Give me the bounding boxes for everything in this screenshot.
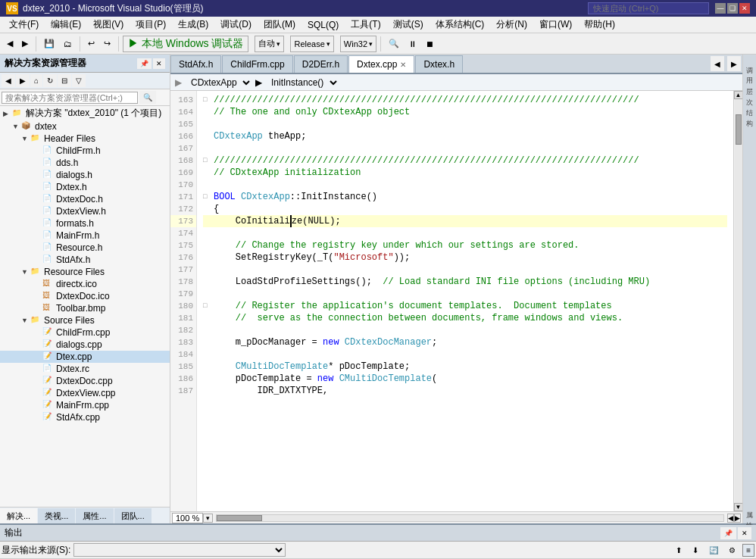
tree-file-dialogsh[interactable]: 📄dialogs.h <box>0 169 170 181</box>
tab-stdafxh[interactable]: StdAfx.h <box>170 55 221 73</box>
solution-explorer-search-input[interactable] <box>2 92 138 104</box>
se-collapse-button[interactable]: ⊟ <box>58 74 71 87</box>
output-btn-3[interactable]: 🔄 <box>705 544 722 557</box>
quick-launch-input[interactable] <box>588 2 709 14</box>
tab-dxtexcpp[interactable]: Dxtex.cpp ✕ <box>348 55 414 74</box>
tree-folder-header[interactable]: ▼ 📁 Header Files <box>0 133 170 145</box>
tree-file-dxtexrc[interactable]: 📄Dxtex.rc <box>0 363 170 375</box>
right-btn-6[interactable]: 构 <box>742 111 756 118</box>
menu-build[interactable]: 生成(B) <box>172 17 214 33</box>
menu-test[interactable]: 测试(S) <box>387 17 430 33</box>
breadcrumb-class-select[interactable]: CDxtexApp <box>185 77 252 89</box>
tab-childfrmcpp[interactable]: ChildFrm.cpp <box>222 55 292 73</box>
output-btn-2[interactable]: ⬇ <box>689 544 702 557</box>
tree-file-dialogscpp[interactable]: 📝dialogs.cpp <box>0 339 170 351</box>
toolbar-undo-button[interactable]: ↩ <box>84 36 98 51</box>
right-btn-4[interactable]: 次 <box>742 89 756 97</box>
tree-solution[interactable]: ▶ 📁 解决方案 "dxtex_2010" (1 个项目) <box>0 106 170 120</box>
se-close-button[interactable]: ✕ <box>153 58 165 69</box>
right-btn-7[interactable]: 属 <box>742 502 756 510</box>
output-pin-button[interactable]: 📌 <box>720 527 736 539</box>
tree-file-dtexcpp[interactable]: 📝Dtex.cpp <box>0 351 170 363</box>
output-btn-1[interactable]: ⬆ <box>672 544 686 557</box>
menu-file[interactable]: 文件(F) <box>3 17 45 33</box>
menu-sql[interactable]: SQL(Q) <box>301 18 345 32</box>
output-btn-4[interactable]: ⚙ <box>725 544 739 557</box>
se-tab-solution[interactable]: 解决... <box>0 508 37 523</box>
menu-debug[interactable]: 调试(D) <box>214 17 258 33</box>
scroll-up-button[interactable]: ▲ <box>734 91 743 99</box>
tree-file-stdafxh[interactable]: 📄StdAfx.h <box>0 254 170 266</box>
platform-dropdown[interactable]: Win32 <box>340 36 376 52</box>
tree-file-dxtexviewcpp[interactable]: 📝DxtexView.cpp <box>0 387 170 399</box>
tree-folder-source[interactable]: ▼ 📁 Source Files <box>0 314 170 326</box>
menu-project[interactable]: 项目(P) <box>130 17 172 33</box>
se-filter-button[interactable]: ▽ <box>72 74 86 87</box>
se-tab-class[interactable]: 类视... <box>38 508 75 523</box>
toolbar-forward-button[interactable]: ▶ <box>18 36 32 51</box>
tree-file-stdafxcpp[interactable]: 📝StdAfx.cpp <box>0 411 170 423</box>
toolbar-redo-button[interactable]: ↪ <box>100 36 114 51</box>
tree-file-mainfrmcpp[interactable]: 📝MainFrm.cpp <box>0 399 170 411</box>
menu-help[interactable]: 帮助(H) <box>578 17 621 33</box>
toolbar-back-button[interactable]: ◀ <box>3 36 17 51</box>
right-btn-3[interactable]: 层 <box>742 79 756 86</box>
menu-edit[interactable]: 编辑(E) <box>45 17 87 33</box>
menu-view[interactable]: 视图(V) <box>87 17 130 33</box>
menu-analyze[interactable]: 分析(N) <box>490 17 533 33</box>
tab-dxtexcpp-close[interactable]: ✕ <box>400 61 406 69</box>
se-pin-button[interactable]: 📌 <box>137 58 152 69</box>
output-source-select[interactable] <box>73 543 286 557</box>
menu-team[interactable]: 团队(M) <box>258 17 301 33</box>
tree-file-directxico[interactable]: 🖼directx.ico <box>0 278 170 290</box>
tree-file-dxtexdoccpp[interactable]: 📝DxtexDoc.cpp <box>0 375 170 387</box>
right-btn-8[interactable]: 性 <box>742 513 756 520</box>
toolbar-saveall-button[interactable]: 🗂 <box>60 37 76 51</box>
maximize-button[interactable]: ❑ <box>727 3 738 14</box>
se-home-button[interactable]: ⌂ <box>30 74 42 87</box>
close-button[interactable]: ✕ <box>739 3 750 14</box>
se-back-button[interactable]: ◀ <box>2 74 15 87</box>
minimize-button[interactable]: — <box>715 3 726 14</box>
se-tab-props[interactable]: 属性... <box>76 508 113 523</box>
scroll-thumb[interactable] <box>736 114 742 145</box>
se-forward-button[interactable]: ▶ <box>16 74 30 87</box>
tree-file-dxtexviewh[interactable]: 📄DxtexView.h <box>0 205 170 217</box>
breadcrumb-method-select[interactable]: InitInstance() <box>265 77 339 89</box>
tree-file-childfrmcpp[interactable]: 📝ChildFrm.cpp <box>0 326 170 339</box>
tree-project[interactable]: ▼ 📦 dxtex <box>0 120 170 133</box>
toolbar-save-button[interactable]: 💾 <box>40 36 58 51</box>
tree-file-dxtexdocico[interactable]: 🖼DxtexDoc.ico <box>0 290 170 302</box>
h-scroll-right[interactable]: ▶ <box>734 514 741 523</box>
tree-file-mainfrmh[interactable]: 📄MainFrm.h <box>0 230 170 242</box>
tree-folder-resource[interactable]: ▼ 📁 Resource Files <box>0 266 170 278</box>
toolbar-pause-button[interactable]: ⏸ <box>405 37 420 51</box>
vertical-scrollbar[interactable]: ▲ ▼ <box>733 91 742 511</box>
tree-file-ddsh[interactable]: 📄dds.h <box>0 157 170 169</box>
se-refresh-button[interactable]: ↻ <box>43 74 57 87</box>
output-close-button[interactable]: ✕ <box>738 527 751 539</box>
se-search-button[interactable]: 🔍 <box>139 91 156 104</box>
tab-d2derrh[interactable]: D2DErr.h <box>294 55 348 73</box>
zoom-dropdown-button[interactable]: ▾ <box>203 514 213 523</box>
right-btn-1[interactable]: 调 <box>742 58 756 65</box>
debug-start-button[interactable]: ▶ 本地 Windows 调试器 <box>123 36 248 52</box>
tree-file-dxtexh[interactable]: 📄Dxtex.h <box>0 181 170 193</box>
toolbar-find-button[interactable]: 🔍 <box>385 36 403 51</box>
h-scroll-left[interactable]: ◀ <box>727 514 734 523</box>
menu-arch[interactable]: 体系结构(C) <box>430 17 491 33</box>
scroll-track[interactable] <box>735 99 742 503</box>
output-btn-wrap[interactable]: ≡ <box>742 544 754 557</box>
menu-tools[interactable]: 工具(T) <box>345 17 386 33</box>
h-scroll-track[interactable] <box>216 514 724 522</box>
toolbar-stop-button[interactable]: ⏹ <box>422 37 438 51</box>
config-dropdown[interactable]: Release <box>290 36 333 52</box>
menu-window[interactable]: 窗口(W) <box>533 17 578 33</box>
scroll-down-button[interactable]: ▼ <box>734 503 743 511</box>
tab-scroll-right[interactable]: ▶ <box>727 56 741 71</box>
fold-163[interactable]: □ <box>203 94 212 106</box>
right-btn-5[interactable]: 结 <box>742 100 756 108</box>
right-btn-2[interactable]: 用 <box>742 68 756 76</box>
tree-file-formatsh[interactable]: 📄formats.h <box>0 217 170 230</box>
tab-scroll-left[interactable]: ◀ <box>711 56 724 71</box>
